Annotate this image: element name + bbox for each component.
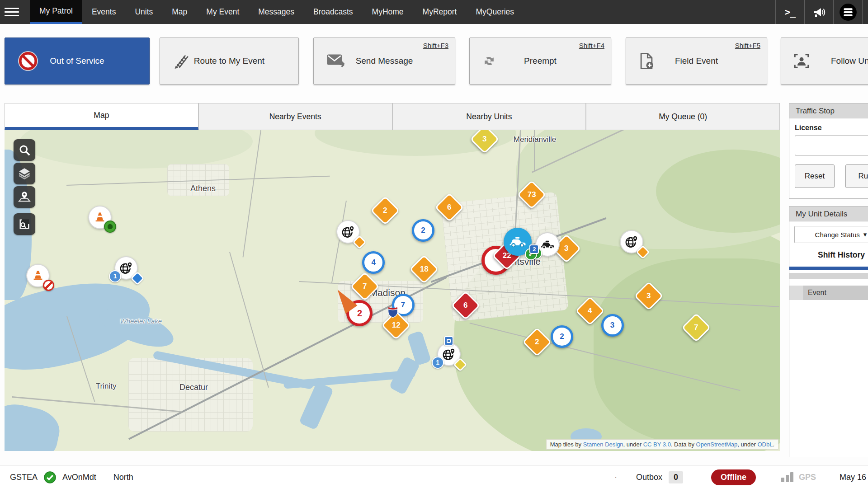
patrol-app-window: My Patrol Events Units Map My Event Mess…: [0, 0, 868, 488]
map-controls: [14, 139, 35, 235]
map-search-icon[interactable]: [14, 139, 35, 161]
gps-label: GPS: [799, 473, 816, 482]
nav-item-units[interactable]: Units: [125, 0, 162, 24]
map-place-label: Decatur: [179, 383, 208, 392]
map-canvas[interactable]: MeridianvilleAthensHuntsvilleMadisonWhee…: [5, 130, 780, 451]
megaphone-icon[interactable]: [804, 0, 833, 24]
map-place-label: Trinity: [96, 382, 117, 391]
panel-divider: [789, 270, 868, 279]
nav-item-events[interactable]: Events: [82, 0, 126, 24]
button-label: Field Event: [626, 38, 767, 84]
map-marker-orange-diamond-4[interactable]: 4: [580, 300, 600, 321]
map-attribution: Map tiles by Stamen Design, under CC BY …: [546, 439, 778, 450]
map-marker-shield[interactable]: [387, 306, 399, 318]
map-marker-orange-diamond-12[interactable]: 12: [386, 315, 406, 336]
nav-item-myqueries[interactable]: MyQueries: [466, 0, 524, 24]
license-input[interactable]: [795, 136, 868, 155]
nav-item-messages[interactable]: Messages: [249, 0, 304, 24]
tab-map[interactable]: Map: [5, 103, 198, 130]
nav-item-my-patrol[interactable]: My Patrol: [30, 0, 82, 24]
change-status-label: Change Status: [815, 231, 860, 239]
nav-item-my-event[interactable]: My Event: [197, 0, 249, 24]
map-marker-red-circle-2[interactable]: 2: [346, 300, 373, 326]
map-marker-blue-circle-3[interactable]: 3: [601, 314, 624, 337]
nav-item-myhome[interactable]: MyHome: [363, 0, 413, 24]
map-marker-orange-diamond-6[interactable]: 6: [439, 197, 460, 218]
content-tabs: Map Nearby Events Nearby Units My Queue …: [5, 103, 780, 130]
map-marker-cone[interactable]: [27, 265, 49, 286]
terminal-icon[interactable]: >_: [775, 0, 804, 24]
nav-item-broadcasts[interactable]: Broadcasts: [304, 0, 363, 24]
route-to-my-event-button[interactable]: Route to My Event: [160, 38, 299, 84]
user-menu-icon[interactable]: [833, 0, 863, 24]
hamburger-menu-icon[interactable]: [0, 0, 30, 24]
tab-nearby-events[interactable]: Nearby Events: [198, 103, 392, 130]
attribution-link[interactable]: CC BY 3.0: [643, 441, 671, 448]
outbox-count-badge: 0: [669, 471, 683, 483]
map-marker-globe[interactable]: 1: [438, 343, 460, 365]
attribution-link[interactable]: OpenStreetMap: [696, 441, 738, 448]
map-zoom-area-icon[interactable]: [14, 213, 35, 235]
map-marker-orange-diamond-7[interactable]: 7: [354, 276, 375, 297]
outbox-label[interactable]: Outbox: [636, 473, 662, 482]
preempt-button[interactable]: Shift+F4 Preempt: [469, 38, 611, 84]
map-marker-blue-circle-2[interactable]: 2: [412, 219, 434, 242]
attribution-text: , under: [623, 441, 643, 448]
nav-item-map[interactable]: Map: [162, 0, 197, 24]
attribution-text: , under: [737, 441, 757, 448]
map-marker-orange-diamond-18[interactable]: 18: [414, 259, 434, 280]
map-marker-yellow-diamond-7[interactable]: 7: [686, 317, 707, 338]
button-label: Preempt: [470, 38, 611, 84]
attribution-text: . Data by: [671, 441, 696, 448]
nav-menu: My Patrol Events Units Map My Event Mess…: [30, 0, 524, 24]
map-marker-police-unit[interactable]: ✓: [536, 233, 559, 256]
active-tab-indicator: [789, 267, 868, 270]
event-column-header: Event: [803, 286, 868, 300]
map-marker-orange-diamond-2[interactable]: 2: [375, 200, 396, 221]
patrol-area: North: [113, 473, 133, 482]
row-selector-column: [789, 286, 803, 300]
map-marker-yellow-diamond-3[interactable]: 3: [474, 130, 495, 150]
attribution-link[interactable]: ODbL: [757, 441, 773, 448]
nav-item-myreport[interactable]: MyReport: [413, 0, 467, 24]
map-marker-cone[interactable]: [89, 206, 111, 228]
map-marker-globe[interactable]: [621, 231, 642, 253]
reset-button[interactable]: Reset: [795, 164, 835, 188]
change-status-dropdown[interactable]: Change Status ▾: [794, 226, 868, 243]
map-place-label: Meridianville: [514, 135, 556, 144]
signal-strength-icon: [781, 472, 793, 482]
map-place-label: Athens: [190, 183, 216, 193]
marker-number: 2: [357, 308, 362, 319]
run-button[interactable]: Run: [845, 164, 868, 188]
send-message-button[interactable]: Shift+F3 Send Message: [313, 38, 455, 84]
map-marker-orange-diamond-3[interactable]: 3: [638, 286, 659, 306]
map-marker-my-unit[interactable]: ✓2: [504, 228, 532, 256]
offline-status-badge[interactable]: Offline: [711, 469, 756, 485]
map-drop-pin-icon[interactable]: [14, 186, 35, 208]
right-panel: Traffic Stop License Reset Run My Unit D…: [789, 103, 868, 457]
map-marker-orange-diamond-3[interactable]: 3: [556, 238, 577, 259]
blue-square: 2: [529, 244, 539, 254]
map-marker-globe[interactable]: 1: [115, 257, 137, 279]
button-label: Route to My Event: [160, 38, 298, 84]
attribution-text: Map tiles by: [550, 441, 583, 448]
map-marker-orange-diamond-73[interactable]: 73: [521, 184, 542, 205]
map-marker-red-diamond-6[interactable]: 6: [455, 295, 476, 316]
tab-shift-history[interactable]: Shift History: [789, 243, 868, 267]
map-marker-globe[interactable]: [337, 221, 359, 243]
map-layers-icon[interactable]: [14, 163, 35, 184]
attribution-link[interactable]: Stamen Design: [583, 441, 623, 448]
follow-unit-button[interactable]: Follow Unit: [781, 38, 868, 84]
blue-num: 1: [432, 357, 444, 369]
out-of-service-button[interactable]: Out of Service: [5, 38, 150, 84]
tab-my-queue[interactable]: My Queue (0): [586, 103, 780, 130]
my-unit-details-body: Change Status ▾ Shift History Event: [789, 221, 868, 457]
unit-id: GSTEA: [10, 473, 38, 482]
green-dot: [104, 221, 116, 233]
shift-history-table-header: Event: [789, 286, 868, 300]
tab-nearby-units[interactable]: Nearby Units: [392, 103, 586, 130]
map-marker-blue-circle-4[interactable]: 4: [362, 251, 385, 274]
map-marker-blue-circle-2[interactable]: 2: [551, 325, 573, 348]
field-event-button[interactable]: Shift+F5 Field Event: [626, 38, 767, 84]
map-marker-orange-diamond-2[interactable]: 2: [527, 332, 547, 352]
